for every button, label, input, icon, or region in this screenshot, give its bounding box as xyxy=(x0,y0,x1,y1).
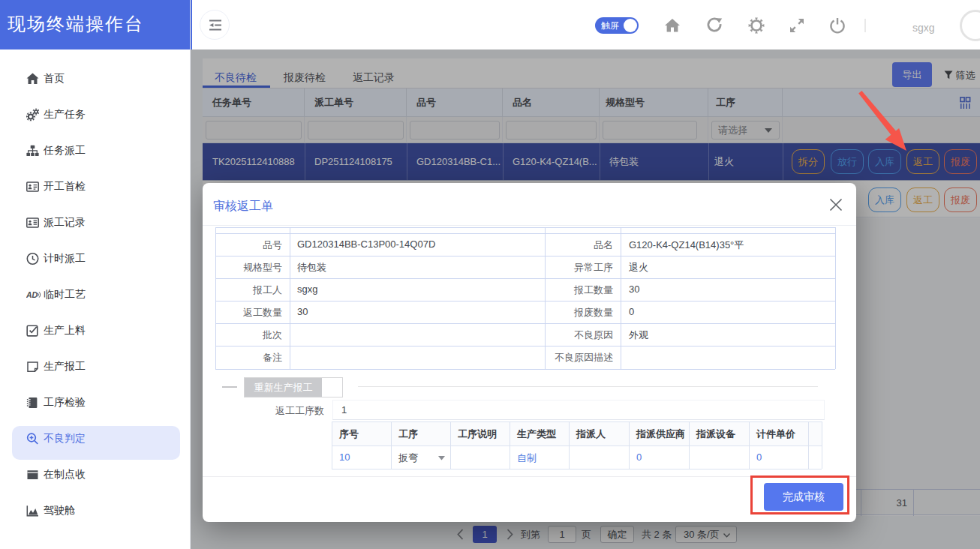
svg-text:AD: AD xyxy=(26,290,38,299)
